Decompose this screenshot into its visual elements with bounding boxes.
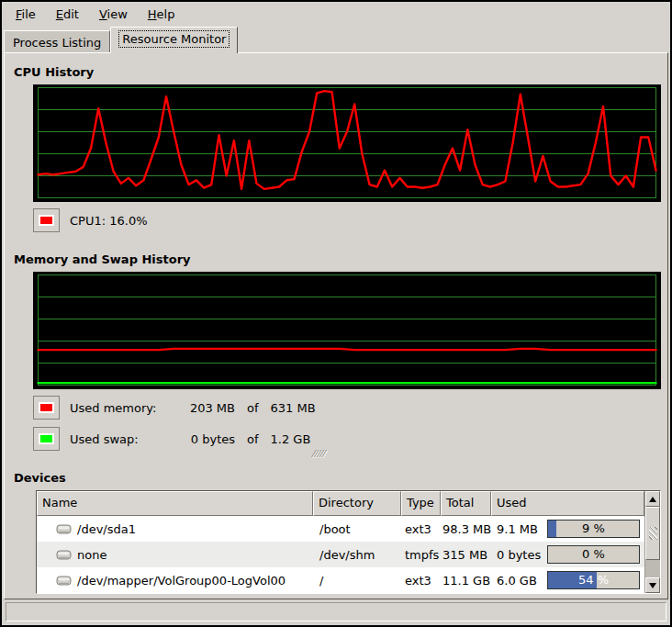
usage-percent-label: 0 % xyxy=(548,546,639,563)
device-used-value: 0 bytes xyxy=(497,548,541,562)
used-memory-line xyxy=(39,349,656,350)
device-used-cell: 9.1 MB9 % xyxy=(491,516,644,542)
column-header-total[interactable]: Total xyxy=(441,491,491,516)
menu-edit[interactable]: Edit xyxy=(46,4,89,25)
devices-table-main: Name Directory Type Total Used /dev/sda1… xyxy=(37,491,644,593)
column-header-type[interactable]: Type xyxy=(401,491,441,516)
device-total: 11.1 GB xyxy=(441,567,491,593)
memory-legend-label: Used memory: xyxy=(70,401,165,415)
swap-legend-label: Used swap: xyxy=(70,432,165,446)
menu-view[interactable]: View xyxy=(89,4,138,25)
disk-drive-icon xyxy=(56,574,72,588)
memory-color-swatch-button[interactable] xyxy=(33,396,60,420)
disk-drive-icon xyxy=(56,522,72,536)
device-name-cell: none xyxy=(37,542,313,567)
scrollbar-trough[interactable] xyxy=(645,560,660,577)
memory-swap-title: Memory and Swap History xyxy=(14,252,191,266)
memory-color-swatch xyxy=(39,402,54,413)
device-name-cell: /dev/mapper/VolGroup00-LogVol00 xyxy=(37,567,313,593)
device-total: 98.3 MB xyxy=(441,516,491,542)
cpu-legend-label: CPU1: 16.0% xyxy=(70,214,148,228)
scroll-down-button[interactable] xyxy=(645,577,660,593)
system-monitor-window: File Edit View Help Process Listing Reso… xyxy=(0,0,672,627)
swap-color-swatch-button[interactable] xyxy=(33,427,60,451)
scroll-up-button[interactable] xyxy=(645,491,660,507)
menu-bar: File Edit View Help xyxy=(2,2,670,27)
arrow-up-icon xyxy=(649,497,656,502)
table-row[interactable]: /dev/mapper/VolGroup00-LogVol00/ext311.1… xyxy=(37,567,644,593)
device-type: ext3 xyxy=(401,516,441,542)
tab-process-listing[interactable]: Process Listing xyxy=(4,30,110,53)
scrollbar-grip-icon xyxy=(649,527,657,540)
memory-swap-graph xyxy=(33,272,661,389)
table-row[interactable]: none/dev/shmtmpfs315 MB0 bytes0 % xyxy=(37,542,644,567)
device-used-cell: 6.0 GB54 % xyxy=(491,567,644,593)
usage-progress-bar: 0 % xyxy=(547,545,640,564)
cpu-history-title: CPU History xyxy=(14,65,94,79)
usage-percent-label: 9 % xyxy=(548,521,639,537)
cpu-history-graph xyxy=(33,84,661,202)
table-row[interactable]: /dev/sda1/bootext398.3 MB9.1 MB9 % xyxy=(37,516,644,542)
status-bar xyxy=(6,602,666,621)
memory-total-value: 631 MB xyxy=(271,401,316,415)
cpu-legend: CPU1: 16.0% xyxy=(33,208,148,232)
memory-legend: Used memory: 203 MB of 631 MB xyxy=(33,396,316,420)
column-header-used[interactable]: Used xyxy=(491,491,644,516)
column-header-name[interactable]: Name xyxy=(37,491,313,516)
devices-title: Devices xyxy=(14,471,66,485)
devices-table: Name Directory Type Total Used /dev/sda1… xyxy=(36,490,661,594)
device-name: none xyxy=(77,548,106,562)
cpu-color-swatch-button[interactable] xyxy=(33,208,60,232)
swap-total-value: 1.2 GB xyxy=(271,432,311,446)
swap-legend: Used swap: 0 bytes of 1.2 GB xyxy=(33,427,310,451)
memory-of-text: of xyxy=(247,401,259,415)
menu-help[interactable]: Help xyxy=(138,4,185,25)
tab-label: Process Listing xyxy=(13,36,101,50)
device-directory: /dev/shm xyxy=(313,542,401,567)
column-header-directory[interactable]: Directory xyxy=(313,491,401,516)
usage-progress-bar: 9 % xyxy=(547,520,640,538)
cpu-color-swatch xyxy=(39,215,54,226)
device-used-value: 6.0 GB xyxy=(497,574,537,588)
device-total: 315 MB xyxy=(441,542,491,567)
pane-resize-grip[interactable]: ⁄⁄⁄⁄⁄ xyxy=(313,448,326,460)
memory-used-value: 203 MB xyxy=(165,401,235,415)
device-name-cell: /dev/sda1 xyxy=(37,516,313,542)
device-type: ext3 xyxy=(401,567,441,593)
device-directory: / xyxy=(313,567,401,593)
resource-monitor-page: CPU History CPU1: 16.0% Memory and Swap … xyxy=(4,52,668,599)
arrow-down-icon xyxy=(649,583,656,588)
device-type: tmpfs xyxy=(401,542,441,567)
device-name: /dev/sda1 xyxy=(77,522,136,536)
tab-resource-monitor[interactable]: Resource Monitor xyxy=(110,27,238,53)
devices-table-body: /dev/sda1/bootext398.3 MB9.1 MB9 %none/d… xyxy=(37,516,644,593)
devices-scrollbar[interactable] xyxy=(644,491,660,593)
tab-label: Resource Monitor xyxy=(119,31,229,47)
swap-of-text: of xyxy=(247,432,259,446)
device-used-cell: 0 bytes0 % xyxy=(491,542,644,567)
swap-used-value: 0 bytes xyxy=(165,432,235,446)
device-name: /dev/mapper/VolGroup00-LogVol00 xyxy=(77,574,286,588)
scrollbar-thumb[interactable] xyxy=(645,507,660,560)
device-used-value: 9.1 MB xyxy=(497,522,538,536)
devices-table-header: Name Directory Type Total Used xyxy=(37,491,644,516)
menu-file[interactable]: File xyxy=(6,4,46,25)
swap-color-swatch xyxy=(39,433,54,444)
disk-drive-icon xyxy=(56,548,72,562)
tab-bar: Process Listing Resource Monitor xyxy=(4,27,668,53)
usage-progress-bar: 54 % xyxy=(547,571,640,589)
usage-percent-label: 54 % xyxy=(548,572,639,588)
device-directory: /boot xyxy=(313,516,401,542)
